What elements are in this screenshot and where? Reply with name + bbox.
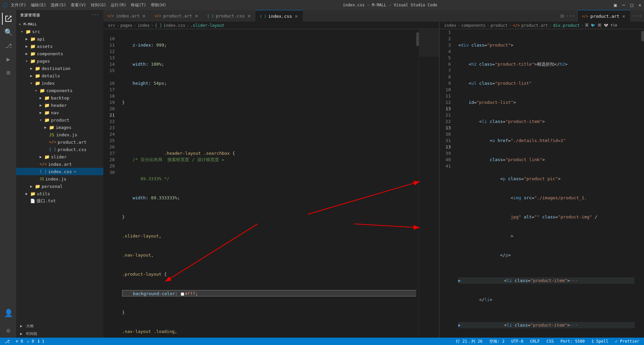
tree-item-backtop[interactable]: ▶ 📁 backtop [16,94,103,101]
indent-info[interactable]: 空格: 2 [488,339,506,344]
tree-item-pages[interactable]: ▾ 📁 pages [16,57,103,65]
settings-icon[interactable]: ⚙ [2,324,14,336]
code-line-collapsed[interactable]: ▶ <li class="product-item">··· [458,277,635,284]
tree-item-product-folder[interactable]: ▾ 📁 product [16,116,103,124]
layout-icon[interactable]: ▣ [614,2,616,8]
more-actions-icon[interactable]: ··· [566,13,576,19]
close-button[interactable]: ✕ [639,2,641,8]
accounts-icon[interactable]: 👤 [2,308,14,320]
tab-close-button[interactable]: × [247,13,252,19]
right-scrollbar-track[interactable] [641,29,644,338]
personal-label: personal [42,184,63,189]
port-info[interactable]: Port: 5500 [559,339,586,344]
language-mode[interactable]: CSS [545,339,555,344]
menu-select[interactable]: 选择(S) [51,2,66,8]
split-editor-toolbar: ⊟ ··· [558,10,578,21]
encoding[interactable]: UTF-8 [510,339,525,344]
tab-close-button[interactable]: × [194,13,199,19]
tree-item-product-css[interactable]: ▶ { } product.css [16,146,103,153]
menu-file[interactable]: 文件(F) [11,2,26,8]
timeline-section[interactable]: ▶ 时间线 [16,330,103,338]
run-debug-icon[interactable]: ▶ [2,53,14,65]
tree-item-api-txt[interactable]: ▶ 📄 接口.txt [16,197,103,205]
tree-item-assets[interactable]: ▶ 📁 assets [16,43,103,50]
tab-close-button[interactable]: × [621,13,626,19]
tree-item-utils[interactable]: ▶ 📁 utils [16,190,103,197]
right-scrollbar-thumb[interactable] [641,31,644,41]
tree-item-nav[interactable]: ▶ 📁 nav [16,109,103,116]
errors-warnings[interactable]: ⊘ 0 ⚠ 0 ℹ 1 [14,339,46,344]
folder-icon: 📁 [44,110,50,115]
backtop-label: backtop [51,95,69,100]
tree-item-images[interactable]: ▶ 📁 images [16,124,103,131]
menu-goto[interactable]: 转到(G) [91,2,106,8]
menu-terminal[interactable]: 终端(T) [131,2,146,8]
menu-run[interactable]: 运行(R) [111,2,126,8]
tree-item-product-art[interactable]: ▶ </> product.art [16,138,103,146]
bc-sep: › [117,23,119,28]
tree-item-index-components[interactable]: ▾ 📁 components [16,87,103,94]
components-label: components [37,51,63,56]
tree-item-header[interactable]: ▶ 📁 header [16,101,103,109]
outline-section[interactable]: ▶ 大纲 [16,322,103,330]
tree-root-mmall[interactable]: ▾ M-MALL [16,20,103,28]
tab-index-css[interactable]: { } index.css × [256,10,303,21]
css-file-icon: { } [40,169,47,174]
tab-product-art-right[interactable]: </> product.art × [578,10,630,22]
explorer-icon[interactable] [2,13,14,25]
source-control-icon[interactable]: ⎇ [2,40,14,52]
left-tab-group: </> index.art × </> product.art × { } pr… [103,10,558,21]
code-line: <a href="./details.html?id=1" [458,137,635,144]
window-controls[interactable]: ▣ ─ □ ✕ [614,2,641,8]
bc-sep: › [509,23,511,28]
tree-item-slider[interactable]: ▶ 📁 slider [16,153,103,160]
bc-pages: pages [120,23,132,28]
right-more-icon[interactable]: ··· [630,10,644,21]
tree-item-index-folder[interactable]: ▾ 📁 index [16,79,103,87]
tree-item-components[interactable]: ▶ 📁 components [16,50,103,57]
vertical-scrollbar-thumb[interactable] [416,32,419,46]
vertical-scrollbar-track[interactable] [416,29,419,338]
tab-close-button[interactable]: × [294,13,299,19]
search-icon[interactable]: 🔍 [2,26,14,38]
code-line: 89.3333% */ [122,176,419,182]
tab-index-art[interactable]: </> index.art × [103,10,151,21]
tree-item-index-css[interactable]: ▶ { } index.css ← [16,168,103,175]
git-icon[interactable]: ⎇ [3,339,11,344]
sidebar-more-icon[interactable]: ··· [92,13,99,17]
extensions-icon[interactable]: ⊞ [2,66,14,78]
tree-item-index-art[interactable]: ▶ </> index.art [16,160,103,168]
tab-product-css[interactable]: { } product.css × [203,10,256,21]
right-code-editor[interactable]: 1 2 3 4 5 6 7 8 9 10 11 12 13 [439,29,644,338]
html-code-content[interactable]: <div class="product"> <h2 class="product… [457,29,641,338]
left-code-editor[interactable]: 10 11 12 13 14 15 16 17 18 19 20 [103,29,439,338]
chevron-right-icon: ▶ [25,44,30,49]
tree-item-destination[interactable]: ▶ 📁 destination [16,65,103,72]
tab-product-art-left[interactable]: </> product.art × [151,10,203,21]
code-line: .slider-layout, [122,233,419,239]
menu-help[interactable]: 帮助(H) [151,2,166,8]
minimap-content [419,30,439,57]
line-ending[interactable]: CRLF [529,339,541,344]
assets-label: assets [37,44,53,49]
tree-item-api[interactable]: ▶ 📁 api [16,35,103,43]
css-code-content[interactable]: z-index: 999; width: 100%; height: 54px;… [121,29,419,338]
tab-close-button[interactable]: × [142,13,146,19]
html-bc-icon: </> [513,23,520,28]
tree-item-personal[interactable]: ▶ 📁 personal [16,183,103,190]
menu-bar[interactable]: 文件(F) 编辑(E) 选择(S) 查看(V) 转到(G) 运行(R) 终端(T… [11,2,166,8]
spell-check[interactable]: 1 Spell [590,339,610,344]
split-editor-icon[interactable]: ⊟ [560,13,564,19]
menu-edit[interactable]: 编辑(E) [31,2,46,8]
maximize-button[interactable]: □ [630,2,633,8]
minimize-button[interactable]: ─ [622,2,625,8]
tree-item-index-js[interactable]: ▶ JS index.js [16,175,103,183]
menu-view[interactable]: 查看(V) [71,2,86,8]
bc-sep: › [458,23,460,28]
tree-item-src[interactable]: ▾ 📁 src [16,28,103,35]
tree-item-details[interactable]: ▶ 📁 details [16,72,103,79]
code-line-collapsed[interactable]: ▶ <li class="product-item">··· [458,322,635,328]
cursor-position[interactable]: 行 21，列 26 [454,339,484,344]
tree-item-product-index-js[interactable]: ▶ JS index.js [16,131,103,138]
prettier-info[interactable]: ✓ Prettier [614,339,641,344]
